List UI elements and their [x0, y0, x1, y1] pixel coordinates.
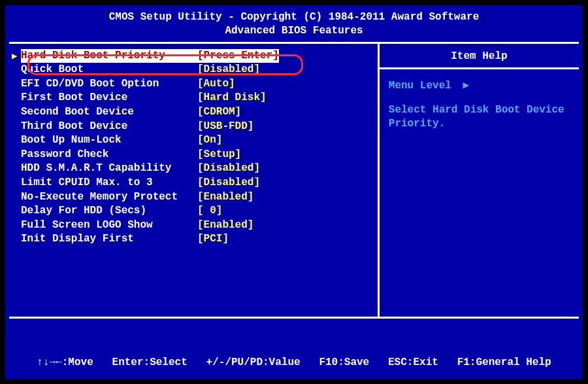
- menu-item-efi-boot-option[interactable]: EFI CD/DVD Boot Option [Auto]: [21, 77, 371, 92]
- menu-item-boot-up-numlock[interactable]: Boot Up Num-Lock [On]: [21, 133, 371, 148]
- menu-label: Password Check: [21, 148, 197, 162]
- menu-label: HDD S.M.A.R.T Capability: [21, 162, 197, 176]
- menu-value: [Disabled]: [197, 63, 260, 77]
- menu-item-hdd-smart[interactable]: HDD S.M.A.R.T Capability [Disabled]: [21, 162, 371, 176]
- help-text: Select Hard Disk Boot Device Priority.: [389, 103, 570, 131]
- menu-value: [CDROM]: [197, 105, 241, 120]
- menu-label: Limit CPUID Max. to 3: [21, 176, 197, 190]
- menu-label: Boot Up Num-Lock: [21, 133, 197, 148]
- menu-item-first-boot-device[interactable]: First Boot Device [Hard Disk]: [21, 91, 371, 105]
- menu-item-limit-cpuid[interactable]: Limit CPUID Max. to 3 [Disabled]: [21, 176, 371, 190]
- menu-value: [On]: [197, 133, 222, 148]
- menu-value: [Disabled]: [197, 162, 260, 176]
- menu-label: EFI CD/DVD Boot Option: [21, 77, 197, 92]
- menu-item-full-screen-logo[interactable]: Full Screen LOGO Show [Enabled]: [21, 218, 371, 233]
- footer-hints: ↑↓→←:Move Enter:Select +/-/PU/PD:Value F…: [5, 319, 583, 384]
- menu-value: [Enabled]: [197, 218, 253, 233]
- menu-item-third-boot-device[interactable]: Third Boot Device [USB-FDD]: [21, 120, 371, 134]
- menu-item-quick-boot[interactable]: Quick Boot [Disabled]: [21, 63, 371, 77]
- bios-header: CMOS Setup Utility - Copyright (C) 1984-…: [5, 5, 583, 42]
- menu-item-delay-hdd[interactable]: Delay For HDD (Secs) [ 0]: [21, 204, 371, 218]
- menu-item-hard-disk-boot-priority[interactable]: Hard Disk Boot Priority [Press Enter]: [21, 49, 371, 63]
- menu-label: Third Boot Device: [21, 120, 197, 134]
- menu-label: Init Display First: [21, 232, 197, 247]
- menu-label: Quick Boot: [21, 63, 197, 77]
- menu-value: [Press Enter]: [197, 49, 279, 63]
- menu-label: Hard Disk Boot Priority: [21, 49, 197, 63]
- menu-value: [Disabled]: [197, 176, 260, 190]
- menu-label: Second Boot Device: [21, 105, 197, 120]
- menu-label: Full Screen LOGO Show: [21, 218, 197, 233]
- menu-level-row: Menu Level ▶: [389, 79, 570, 92]
- header-line2: Advanced BIOS Features: [5, 24, 583, 38]
- menu-item-no-execute[interactable]: No-Execute Memory Protect [Enabled]: [21, 190, 371, 205]
- menu-level-label: Menu Level: [389, 80, 451, 92]
- settings-panel: ▶ Hard Disk Boot Priority [Press Enter] …: [9, 44, 380, 317]
- menu-value: [USB-FDD]: [197, 120, 253, 134]
- menu-value: [Enabled]: [197, 190, 253, 205]
- menu-label: No-Execute Memory Protect: [21, 190, 197, 205]
- footer-line1: ↑↓→←:Move Enter:Select +/-/PU/PD:Value F…: [9, 355, 579, 370]
- menu-value: [ 0]: [197, 204, 222, 218]
- menu-value: [PCI]: [197, 232, 229, 247]
- menu-item-second-boot-device[interactable]: Second Boot Device [CDROM]: [21, 105, 371, 120]
- menu-value: [Hard Disk]: [197, 91, 267, 105]
- menu-value: [Setup]: [197, 148, 241, 162]
- item-help-title: Item Help: [380, 49, 579, 69]
- menu-label: Delay For HDD (Secs): [21, 204, 197, 218]
- menu-label: First Boot Device: [21, 91, 197, 105]
- help-panel: Item Help Menu Level ▶ Select Hard Disk …: [380, 44, 579, 317]
- menu-item-password-check[interactable]: Password Check [Setup]: [21, 148, 371, 162]
- selection-pointer-icon: ▶: [12, 50, 17, 61]
- menu-item-init-display-first[interactable]: Init Display First [PCI]: [21, 232, 371, 247]
- main-area: ▶ Hard Disk Boot Priority [Press Enter] …: [9, 44, 579, 319]
- header-line1: CMOS Setup Utility - Copyright (C) 1984-…: [5, 10, 583, 24]
- menu-value: [Auto]: [197, 77, 235, 92]
- chevron-right-icon: ▶: [463, 80, 469, 92]
